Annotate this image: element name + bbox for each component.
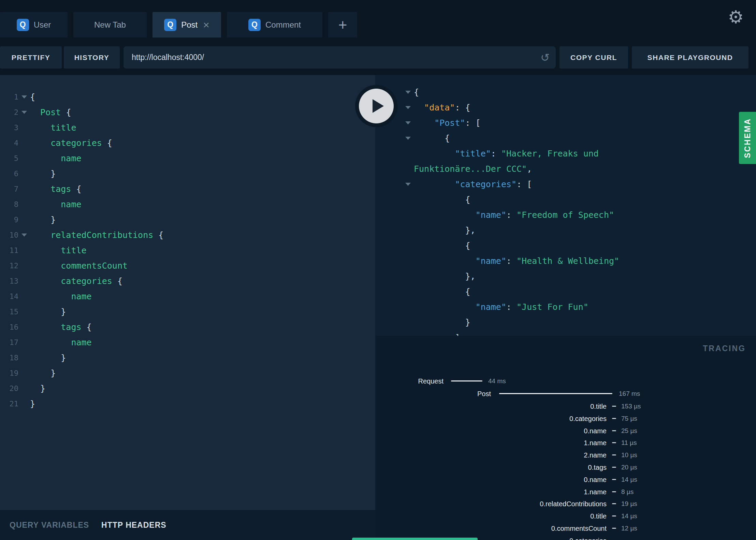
share-playground-button[interactable]: SHARE PLAYGROUND <box>632 46 748 69</box>
prettify-button[interactable]: PRETTIFY <box>0 46 62 69</box>
editor-line[interactable]: 11 title <box>0 243 375 258</box>
tracing-row-label: 0.name <box>584 474 607 486</box>
tracing-row: 0.name14 µs <box>375 474 756 486</box>
tracing-row-time: 75 µs <box>621 412 637 425</box>
endpoint-url-bar: ↺ <box>123 46 556 69</box>
tracing-row: 0.relatedContributions19 µs <box>375 498 756 510</box>
editor-line[interactable]: 3 title <box>0 120 375 135</box>
line-number: 3 <box>0 120 18 135</box>
response-line: { <box>375 131 756 146</box>
fold-caret-icon[interactable] <box>402 91 414 94</box>
editor-line[interactable]: 16 tags { <box>0 319 375 335</box>
copy-curl-button[interactable]: COPY CURL <box>559 46 628 69</box>
query-variables-tab[interactable]: QUERY VARIABLES <box>10 521 89 530</box>
close-tab-icon[interactable]: × <box>203 19 209 30</box>
response-line: { <box>375 238 756 253</box>
tracing-duration-dash <box>612 491 616 492</box>
response-line: "categories": [ <box>375 177 756 192</box>
editor-line[interactable]: 18 } <box>0 350 375 365</box>
tracing-row: Post167 ms <box>375 388 756 400</box>
tracing-row-time: 8 µs <box>621 486 634 498</box>
editor-line[interactable]: 4 categories { <box>0 135 375 151</box>
fold-caret-icon[interactable] <box>402 183 414 186</box>
history-button[interactable]: HISTORY <box>64 46 120 69</box>
tracing-panel: TRACING Request44 msPost167 ms0.title153… <box>375 336 756 540</box>
fold-caret-icon[interactable] <box>402 106 414 109</box>
response-line: { <box>375 284 756 299</box>
editor-line[interactable]: 8 name <box>0 197 375 212</box>
response-line: "Post": [ <box>375 115 756 131</box>
tracing-row-time: 14 µs <box>621 474 637 486</box>
editor-line[interactable]: 15 } <box>0 304 375 319</box>
editor-line[interactable]: 12 commentsCount <box>0 258 375 273</box>
http-headers-tab[interactable]: HTTP HEADERS <box>101 521 166 530</box>
fold-caret-icon[interactable] <box>402 121 414 124</box>
editor-line[interactable]: 21} <box>0 396 375 411</box>
editor-line[interactable]: 7 tags { <box>0 181 375 197</box>
fold-caret-icon[interactable] <box>18 95 30 99</box>
tracing-row: 0.tags20 µs <box>375 461 756 474</box>
editor-line[interactable]: 6 } <box>0 166 375 181</box>
add-tab-button[interactable]: + <box>328 12 357 38</box>
schema-tab[interactable]: SCHEMA <box>739 112 756 164</box>
response-line: } <box>375 315 756 330</box>
toolbar: PRETTIFY HISTORY ↺ COPY CURL SHARE PLAYG… <box>0 46 756 69</box>
editor-line[interactable]: 1{ <box>0 89 375 105</box>
reload-icon[interactable]: ↺ <box>540 51 550 64</box>
tab-post[interactable]: Q Post × <box>152 12 221 38</box>
tracing-row-label: 1.name <box>584 486 607 498</box>
fold-caret-icon[interactable] <box>18 234 30 237</box>
tracing-row: 0.categories75 µs <box>375 412 756 425</box>
tracing-row-label: Request <box>418 375 444 387</box>
tracing-row-label: 0.tags <box>588 461 607 474</box>
tab-new-tab[interactable]: New Tab <box>73 12 147 38</box>
query-badge-icon: Q <box>164 19 176 31</box>
line-number: 11 <box>0 243 18 258</box>
tracing-row-time: 153 µs <box>621 400 641 412</box>
response-pane: { "data": { "Post": [ { "title": "Hacker… <box>375 75 756 336</box>
tracing-row: 1.name11 µs <box>375 437 756 449</box>
settings-gear-icon[interactable]: ⚙ <box>728 8 744 26</box>
tracing-duration-dash <box>612 454 616 455</box>
tracing-row: 0.name25 µs <box>375 425 756 437</box>
response-lines: { "data": { "Post": [ { "title": "Hacker… <box>375 75 756 336</box>
endpoint-url-input[interactable] <box>132 53 535 62</box>
line-number: 15 <box>0 304 18 319</box>
tracing-row-time: 44 ms <box>488 375 506 387</box>
tracing-row-label: Post <box>477 388 491 400</box>
line-number: 12 <box>0 258 18 273</box>
tracing-duration-dash <box>612 442 616 443</box>
tab-comment[interactable]: Q Comment <box>227 12 322 38</box>
line-number: 10 <box>0 227 18 243</box>
fold-caret-icon[interactable] <box>402 137 414 140</box>
editor-line[interactable]: 10 relatedContributions { <box>0 227 375 243</box>
line-number: 2 <box>0 105 18 120</box>
editor-line[interactable]: 13 categories { <box>0 273 375 289</box>
response-line: { <box>375 85 756 100</box>
tab-user[interactable]: Q User <box>0 12 68 38</box>
fold-caret-icon[interactable] <box>18 111 30 114</box>
graphql-playground: Q User New Tab Q Post × Q Comment + ⚙ PR… <box>0 0 756 540</box>
editor-line[interactable]: 19 } <box>0 365 375 381</box>
tab-bar: Q User New Tab Q Post × Q Comment + <box>0 12 357 38</box>
editor-line[interactable]: 17 name <box>0 335 375 350</box>
editor-line[interactable]: 14 name <box>0 289 375 304</box>
editor-line[interactable]: 9 } <box>0 212 375 227</box>
tracing-row: 2.name10 µs <box>375 449 756 461</box>
response-line: }, <box>375 269 756 284</box>
line-number: 7 <box>0 181 18 197</box>
query-editor-pane[interactable]: 1{2 Post {3 title4 categories {5 name6 }… <box>0 75 375 510</box>
response-line: "data": { <box>375 100 756 115</box>
tracing-row-label: 1.name <box>584 437 607 449</box>
editor-line[interactable]: 5 name <box>0 151 375 166</box>
tracing-row-time: 19 µs <box>621 498 637 510</box>
tracing-duration-dash <box>612 528 616 529</box>
editor-line[interactable]: 2 Post { <box>0 105 375 120</box>
response-line: "name": "Just For Fun" <box>375 299 756 315</box>
editor-footer: QUERY VARIABLES HTTP HEADERS <box>0 510 375 540</box>
line-number: 18 <box>0 350 18 365</box>
play-icon <box>359 89 394 123</box>
execute-button[interactable] <box>355 85 397 127</box>
editor-line[interactable]: 20 } <box>0 381 375 396</box>
tracing-row-time: 167 ms <box>619 388 640 400</box>
